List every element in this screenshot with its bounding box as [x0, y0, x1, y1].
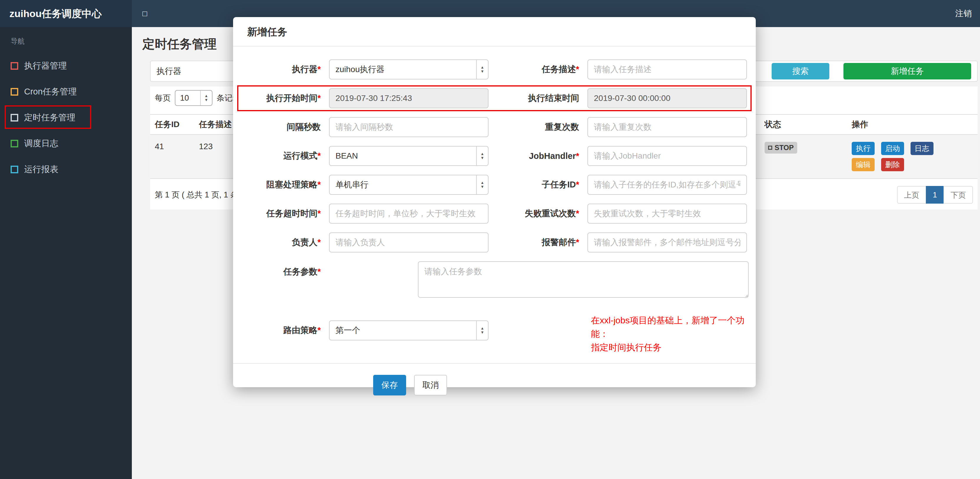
logout-link[interactable]: 注销 [955, 8, 972, 19]
end-time-label: 执行结束时间 [488, 92, 587, 104]
sidebar-item-executor-management[interactable]: 执行器管理 [0, 53, 132, 79]
sidebar-item-label: 定时任务管理 [24, 112, 75, 124]
child-job-id-label: 子任务ID* [488, 179, 587, 191]
app-brand: zuihou任务调度中心 [0, 0, 132, 27]
author-input[interactable] [329, 232, 488, 253]
sidebar-item-label: 调度日志 [24, 138, 58, 150]
sidebar-section-label: 导航 [0, 27, 132, 53]
job-handler-input[interactable] [587, 146, 747, 166]
cancel-button[interactable]: 取消 [414, 375, 447, 395]
block-strategy-select[interactable]: 单机串行 ▲▼ [329, 175, 488, 195]
log-button[interactable]: 日志 [910, 142, 934, 155]
select-arrows-icon: ▲▼ [476, 60, 488, 79]
timeout-input[interactable] [329, 204, 488, 224]
executor-label: 执行器* [240, 64, 329, 75]
run-button[interactable]: 执行 [852, 142, 875, 155]
route-strategy-select[interactable]: 第一个 ▲▼ [329, 320, 488, 341]
form-row-timeout: 任务超时时间* 失败重试次数* [240, 204, 749, 224]
start-time-label: 执行开始时间* [240, 92, 329, 104]
form-row-executor: 执行器* zuihou执行器 ▲▼ 任务描述* [240, 59, 749, 80]
interval-input[interactable] [329, 117, 488, 137]
end-time-input[interactable] [587, 88, 747, 108]
block-strategy-select-value: 单机串行 [336, 179, 369, 190]
sidebar-item-cron-task-management[interactable]: Cron任务管理 [0, 79, 132, 105]
stop-square-icon [768, 146, 772, 150]
job-param-textarea[interactable] [418, 261, 749, 298]
sidebar-item-run-report[interactable]: 运行报表 [0, 156, 132, 182]
glue-type-select[interactable]: BEAN ▲▼ [329, 146, 488, 166]
square-icon [11, 62, 18, 70]
pagination: 上页 1 下页 [897, 186, 973, 204]
job-desc-label: 任务描述* [488, 64, 587, 75]
col-header-job-id: 任务ID [150, 115, 194, 134]
route-strategy-select-value: 第一个 [336, 325, 360, 336]
job-handler-label: JobHandler* [488, 151, 587, 161]
job-param-label: 任务参数* [240, 261, 329, 278]
select-arrows-icon: ▲▼ [476, 321, 488, 340]
executor-select-value: zuihou执行器 [336, 64, 385, 75]
square-icon [11, 88, 18, 95]
search-button[interactable]: 搜索 [772, 63, 829, 80]
cell-job-id: 41 [150, 134, 194, 178]
col-header-actions: 操作 [847, 115, 978, 134]
modal-note-line2: 指定时间执行任务 [591, 341, 749, 354]
save-button[interactable]: 保存 [373, 375, 406, 395]
page-size-value: 10 [180, 94, 189, 103]
action-row-1: 执行 启动 日志 [852, 142, 973, 155]
alarm-email-input[interactable] [587, 232, 747, 253]
sidebar-item-label: 运行报表 [24, 164, 58, 175]
delete-button[interactable]: 删除 [881, 158, 904, 171]
cell-actions: 执行 启动 日志 编辑 删除 [847, 134, 978, 178]
prev-page-button[interactable]: 上页 [897, 186, 926, 204]
alarm-email-label: 报警邮件* [488, 237, 587, 248]
repeat-count-label: 重复次数 [488, 121, 587, 133]
square-icon [11, 114, 18, 121]
sidebar: 导航 执行器管理 Cron任务管理 定时任务管理 调度日志 运行报表 [0, 27, 132, 479]
sidebar-item-dispatch-log[interactable]: 调度日志 [0, 130, 132, 156]
modal-title: 新增任务 [233, 17, 756, 46]
block-strategy-label: 阻塞处理策略* [240, 179, 329, 191]
form-row-time annotation-rect-time-row: 执行开始时间* 执行结束时间 [240, 88, 749, 108]
add-task-modal: 新增任务 执行器* zuihou执行器 ▲▼ 任务描述* 执行开始时间* 执行结… [233, 17, 756, 387]
next-page-button[interactable]: 下页 [943, 186, 973, 204]
modal-body: 执行器* zuihou执行器 ▲▼ 任务描述* 执行开始时间* 执行结束时间 间… [233, 46, 756, 354]
action-row-2: 编辑 删除 [852, 158, 973, 171]
modal-note: 在xxl-jobs项目的基础上，新增了一个功能： 指定时间执行任务 [591, 313, 749, 354]
length-prefix-label: 每页 [155, 93, 171, 103]
executor-filter-label: 执行器 [157, 65, 181, 77]
author-label: 负责人* [240, 237, 329, 248]
page-title: 定时任务管理 [142, 36, 216, 53]
glue-type-select-value: BEAN [336, 151, 358, 161]
form-row-author: 负责人* 报警邮件* [240, 232, 749, 253]
fail-retry-input[interactable] [587, 204, 747, 224]
executor-select[interactable]: zuihou执行器 ▲▼ [329, 59, 488, 80]
page-size-select[interactable]: 10 ▲▼ [175, 90, 213, 106]
col-header-status: 状态 [760, 115, 847, 134]
cell-status: STOP [760, 134, 847, 178]
start-time-input[interactable] [329, 88, 488, 108]
add-task-button[interactable]: 新增任务 [843, 63, 971, 80]
child-job-id-input[interactable] [587, 175, 747, 195]
form-row-block-strategy: 阻塞处理策略* 单机串行 ▲▼ 子任务ID* [240, 175, 749, 195]
route-strategy-label: 路由策略* [240, 325, 329, 336]
start-button[interactable]: 启动 [881, 142, 904, 155]
edit-button[interactable]: 编辑 [852, 158, 875, 171]
sidebar-item-label: 执行器管理 [24, 60, 67, 72]
square-icon [11, 140, 18, 147]
modal-footer: 保存 取消 [233, 363, 756, 395]
app-root: zuihou任务调度中心 □ 注销 导航 执行器管理 Cron任务管理 定时任务… [0, 0, 980, 479]
form-row-job-param: 任务参数* [240, 261, 749, 298]
select-arrows-icon: ▲▼ [200, 91, 212, 105]
repeat-count-input[interactable] [587, 117, 747, 137]
sidebar-item-scheduled-task-management[interactable]: 定时任务管理 [0, 105, 132, 130]
form-row-glue-type: 运行模式* BEAN ▲▼ JobHandler* [240, 146, 749, 166]
timeout-label: 任务超时时间* [240, 208, 329, 220]
form-row-route-strategy: 路由策略* 第一个 ▲▼ 在xxl-jobs项目的基础上，新增了一个功能： 指定… [240, 307, 749, 354]
sidebar-item-label: Cron任务管理 [24, 86, 77, 98]
job-desc-input[interactable] [587, 59, 747, 80]
sidebar-toggle-icon[interactable]: □ [142, 9, 147, 18]
current-page-button[interactable]: 1 [926, 186, 944, 204]
interval-label: 间隔秒数 [240, 121, 329, 133]
glue-type-label: 运行模式* [240, 150, 329, 162]
modal-note-line1: 在xxl-jobs项目的基础上，新增了一个功能： [591, 313, 749, 341]
